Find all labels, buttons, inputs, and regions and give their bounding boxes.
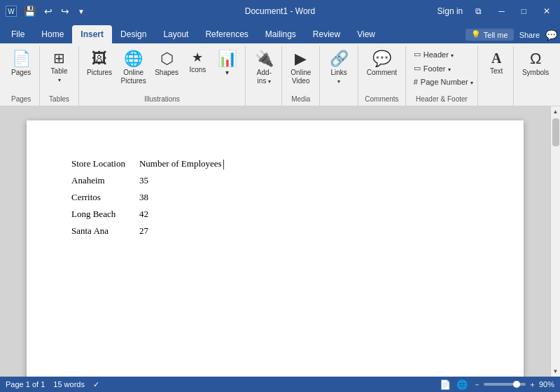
header-icon: ▭ xyxy=(414,50,421,59)
zoom-slider-track[interactable] xyxy=(484,383,526,386)
zoom-out-btn[interactable]: － xyxy=(473,379,481,390)
table-row: Santa Ana 27 xyxy=(69,223,235,239)
text-icon: A xyxy=(491,51,501,65)
pictures-btn[interactable]: 🖼 Pictures xyxy=(83,48,116,80)
word-count: 15 words xyxy=(53,380,85,388)
links-group-label xyxy=(324,102,354,106)
text-cursor xyxy=(223,160,224,169)
title-bar: W 💾 ↩ ↪ ▼ Document1 - Word Sign in ⧉ ─ □… xyxy=(0,0,560,22)
video-icon: ▶ xyxy=(295,51,307,66)
header-footer-group-label: Header & Footer xyxy=(410,94,473,106)
cell-long-beach: Long Beach xyxy=(69,206,136,223)
undo-quick-btn[interactable]: ↩ xyxy=(41,4,55,18)
main-content: Store Location Number of Employees Anahe… xyxy=(0,106,550,377)
view-print-icon[interactable]: 📄 xyxy=(440,379,451,390)
chart-icon: 📊 xyxy=(218,51,237,66)
save-quick-btn[interactable]: 💾 xyxy=(21,4,38,18)
ribbon-tabs: File Home Insert Design Layout Reference… xyxy=(0,22,560,43)
tab-references[interactable]: References xyxy=(197,25,256,43)
document-page[interactable]: Store Location Number of Employees Anahe… xyxy=(27,120,524,377)
page-number-btn[interactable]: # Page Number ▾ xyxy=(410,76,477,88)
status-bar-right: 📄 🌐 － ＋ 90% xyxy=(440,379,554,390)
status-bar: Page 1 of 1 15 words ✓ 📄 🌐 － ＋ 90% xyxy=(0,377,560,392)
pictures-icon: 🖼 xyxy=(92,51,107,66)
table-row: Anaheim 35 xyxy=(69,172,235,189)
comment-btn[interactable]: 💬 Comment xyxy=(363,48,401,80)
comments-btn[interactable]: 💬 xyxy=(545,29,557,41)
text-group-label xyxy=(482,102,509,106)
pages-btn[interactable]: 📄 Pages xyxy=(7,48,35,80)
online-pictures-btn[interactable]: 🌐 OnlinePictures xyxy=(117,48,150,89)
customize-quick-btn[interactable]: ▼ xyxy=(75,6,88,17)
media-group-label: Media xyxy=(286,94,315,106)
content-area: Store Location Number of Employees Anahe… xyxy=(0,106,560,377)
ribbon-group-symbols: Ω Symbols xyxy=(514,46,557,106)
cell-anaheim-count: 35 xyxy=(136,172,235,189)
lightbulb-icon: 💡 xyxy=(471,30,481,39)
tab-view[interactable]: View xyxy=(349,25,384,43)
page-number-icon: # xyxy=(414,78,418,86)
status-bar-left: Page 1 of 1 15 words ✓ xyxy=(6,380,99,389)
symbols-icon: Ω xyxy=(530,51,541,66)
close-btn[interactable]: ✕ xyxy=(539,5,554,18)
links-icon: 🔗 xyxy=(330,51,349,66)
pages-icon: 📄 xyxy=(12,51,31,66)
ribbon-group-text: A Text xyxy=(478,46,514,106)
pages-group-label: Pages xyxy=(7,94,35,106)
redo-quick-btn[interactable]: ↪ xyxy=(58,4,72,18)
shapes-btn[interactable]: ⬡ Shapes xyxy=(151,48,183,80)
symbols-group-label xyxy=(518,102,553,106)
scrollbar-right[interactable]: ▲ ▼ xyxy=(550,106,560,377)
cell-cerritos: Cerritos xyxy=(69,189,136,206)
icons-btn[interactable]: ★ Icons xyxy=(183,48,211,78)
tab-mailings[interactable]: Mailings xyxy=(257,25,304,43)
table-btn[interactable]: ⊞ Table ▾ xyxy=(44,48,74,88)
table-header-row: Store Location Number of Employees xyxy=(69,155,235,172)
zoom-in-btn[interactable]: ＋ xyxy=(528,379,536,390)
online-video-btn[interactable]: ▶ OnlineVideo xyxy=(286,48,315,89)
ribbon-group-links: 🔗 Links ▾ xyxy=(320,46,358,106)
cell-long-beach-count: 42 xyxy=(136,206,235,223)
minimize-btn[interactable]: ─ xyxy=(494,5,509,18)
tab-layout[interactable]: Layout xyxy=(155,25,197,43)
table-row: Cerritos 38 xyxy=(69,189,235,206)
text-btn[interactable]: A Text xyxy=(482,48,510,79)
header-num-employees: Number of Employees xyxy=(136,155,235,172)
ribbon-group-header-footer: ▭ Header ▾ ▭ Footer ▾ # Page Number ▾ He… xyxy=(406,46,478,106)
ribbon-group-media: ▶ OnlineVideo Media xyxy=(282,46,320,106)
symbols-btn[interactable]: Ω Symbols xyxy=(518,48,553,80)
links-btn[interactable]: 🔗 Links ▾ xyxy=(324,48,354,89)
chart-btn[interactable]: 📊 ▾ xyxy=(213,48,241,80)
tab-design[interactable]: Design xyxy=(112,25,155,43)
addins-icon: 🔌 xyxy=(255,51,274,66)
scroll-thumb[interactable] xyxy=(552,118,559,146)
page-container[interactable]: Store Location Number of Employees Anahe… xyxy=(0,106,550,377)
scroll-up-btn[interactable]: ▲ xyxy=(551,106,560,117)
maximize-btn[interactable]: □ xyxy=(517,5,531,18)
addins-btn[interactable]: 🔌 Add-ins ▾ xyxy=(250,48,278,89)
proofing-icon: ✓ xyxy=(93,380,99,389)
table-icon: ⊞ xyxy=(53,51,65,65)
view-web-icon[interactable]: 🌐 xyxy=(456,379,468,390)
signin-area: Sign in xyxy=(438,6,463,16)
scroll-down-btn[interactable]: ▼ xyxy=(551,366,560,377)
tell-me-input[interactable]: 💡 Tell me xyxy=(465,29,514,41)
tables-group-label: Tables xyxy=(44,94,74,106)
tab-insert[interactable]: Insert xyxy=(72,25,112,43)
comment-icon: 💬 xyxy=(372,51,391,66)
tab-review[interactable]: Review xyxy=(304,25,349,43)
restore-btn[interactable]: ⧉ xyxy=(471,5,486,18)
quick-access-toolbar: 💾 ↩ ↪ ▼ xyxy=(21,4,88,18)
signin-btn[interactable]: Sign in xyxy=(438,6,463,16)
ribbon-group-comments: 💬 Comment Comments xyxy=(358,46,406,106)
ribbon: 📄 Pages Pages ⊞ Table ▾ Tables 🖼 Picture… xyxy=(0,43,560,106)
header-btn[interactable]: ▭ Header ▾ xyxy=(410,48,477,61)
icons-icon: ★ xyxy=(192,51,203,64)
tab-file[interactable]: File xyxy=(3,25,33,43)
addins-group-label xyxy=(250,102,277,106)
ribbon-group-pages: 📄 Pages Pages xyxy=(3,46,40,106)
footer-btn[interactable]: ▭ Footer ▾ xyxy=(410,62,477,75)
header-store-location: Store Location xyxy=(69,155,136,172)
share-btn[interactable]: Share xyxy=(519,31,540,39)
tab-home[interactable]: Home xyxy=(33,25,72,43)
